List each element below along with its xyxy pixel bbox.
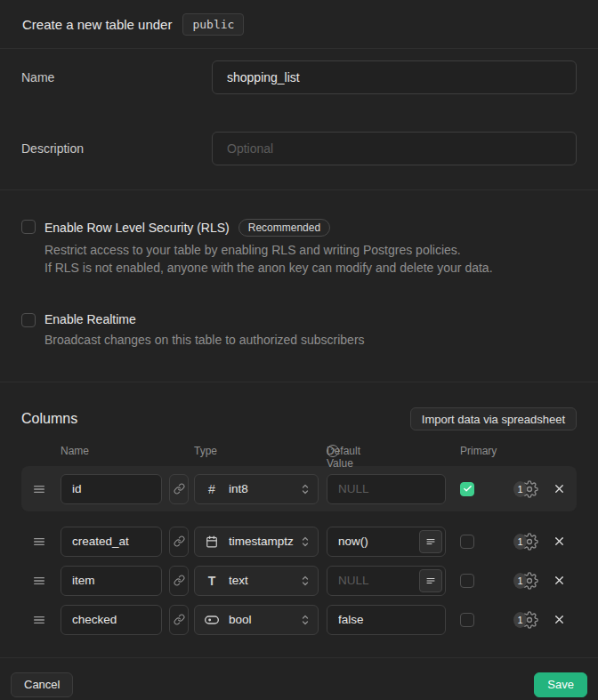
drag-handle-icon[interactable] <box>32 535 46 549</box>
settings-count-badge: 1 <box>513 573 527 589</box>
column-row: timestamptz 1 <box>21 526 577 557</box>
drag-handle-icon[interactable] <box>32 482 46 496</box>
save-button[interactable]: Save <box>534 672 587 697</box>
rls-description-line1: Restrict access to your table by enablin… <box>44 241 493 259</box>
column-type-label: text <box>229 574 300 587</box>
dialog-title: Create a new table under <box>22 17 172 32</box>
column-settings-button[interactable]: 1 <box>513 533 538 551</box>
remove-column-icon[interactable] <box>553 535 566 548</box>
foreign-key-link-icon[interactable] <box>169 566 189 596</box>
chevron-up-down-icon <box>300 574 311 588</box>
column-type-select[interactable]: timestamptz <box>194 527 319 557</box>
table-options-section: Enable Row Level Security (RLS) Recommen… <box>0 190 598 382</box>
column-type-label: timestamptz <box>229 535 300 548</box>
column-type-label: int8 <box>229 482 300 495</box>
column-name-input[interactable] <box>61 605 162 635</box>
rls-checkbox[interactable] <box>21 220 36 234</box>
rls-label: Enable Row Level Security (RLS) <box>44 221 230 235</box>
column-row: bool 1 <box>21 604 577 635</box>
description-label: Description <box>21 141 212 156</box>
text-icon: T <box>204 574 220 588</box>
default-suggestions-icon[interactable] <box>419 530 442 553</box>
column-type-select[interactable]: bool <box>194 605 319 635</box>
table-name-input[interactable] <box>212 60 577 94</box>
foreign-key-link-icon[interactable] <box>169 527 189 557</box>
rls-option: Enable Row Level Security (RLS) Recommen… <box>21 219 577 277</box>
cancel-button[interactable]: Cancel <box>11 672 73 697</box>
calendar-icon <box>204 535 220 548</box>
dialog-footer: Cancel Save <box>0 657 598 700</box>
columns-section: Columns Import data via spreadsheet Name… <box>0 382 598 657</box>
primary-key-checkbox[interactable] <box>460 574 474 588</box>
primary-key-checkbox[interactable] <box>460 535 474 549</box>
column-settings-button[interactable]: 1 <box>513 480 538 498</box>
schema-badge: public <box>182 13 244 36</box>
toggle-icon <box>204 613 220 627</box>
realtime-checkbox[interactable] <box>21 313 36 327</box>
column-name-input[interactable] <box>61 474 162 504</box>
realtime-label: Enable Realtime <box>44 312 136 326</box>
column-row: # int8 1 <box>21 466 577 511</box>
name-form-row: Name <box>21 60 577 94</box>
description-form-row: Description <box>21 132 577 165</box>
column-row: T text 1 <box>21 565 577 596</box>
primary-key-checkbox[interactable] <box>460 482 474 496</box>
column-type-label: bool <box>229 613 300 626</box>
rls-description-line2: If RLS is not enabled, anyone with the a… <box>44 259 493 277</box>
drag-handle-icon[interactable] <box>32 574 46 588</box>
remove-column-icon[interactable] <box>553 574 566 587</box>
table-form-section: Name Description <box>0 49 598 190</box>
column-name-input[interactable] <box>61 527 162 557</box>
rls-option-content: Enable Row Level Security (RLS) Recommen… <box>44 219 493 277</box>
chevron-up-down-icon <box>300 613 311 627</box>
header-primary: Primary <box>460 445 497 457</box>
default-suggestions-icon[interactable] <box>419 569 442 592</box>
column-settings-button[interactable]: 1 <box>513 572 538 590</box>
create-table-dialog: Create a new table under public Name Des… <box>0 0 598 700</box>
column-name-input[interactable] <box>61 566 162 596</box>
realtime-option: Enable Realtime Broadcast changes on thi… <box>21 312 577 349</box>
header-type: Type <box>194 445 217 457</box>
column-headers: Name Type Default Value ? Primary <box>21 445 577 457</box>
column-default-input[interactable] <box>327 474 446 504</box>
column-default-input[interactable] <box>327 605 446 635</box>
settings-count-badge: 1 <box>513 481 527 497</box>
table-description-input[interactable] <box>212 132 577 165</box>
header-name: Name <box>61 445 89 457</box>
foreign-key-link-icon[interactable] <box>169 605 189 635</box>
name-label: Name <box>21 70 212 84</box>
import-data-button[interactable]: Import data via spreadsheet <box>410 407 577 430</box>
column-rows: # int8 1 <box>0 466 598 635</box>
column-type-select[interactable]: # int8 <box>194 474 319 504</box>
realtime-option-content: Enable Realtime Broadcast changes on thi… <box>44 312 365 349</box>
recommended-badge: Recommended <box>238 219 330 237</box>
remove-column-icon[interactable] <box>553 613 566 626</box>
columns-title: Columns <box>21 411 77 427</box>
realtime-description: Broadcast changes on this table to autho… <box>44 331 365 349</box>
help-icon[interactable]: ? <box>327 445 339 457</box>
dialog-header: Create a new table under public <box>0 0 598 49</box>
drag-handle-icon[interactable] <box>32 613 46 627</box>
settings-count-badge: 1 <box>513 534 527 550</box>
remove-column-icon[interactable] <box>553 482 566 495</box>
settings-count-badge: 1 <box>513 612 527 628</box>
column-settings-button[interactable]: 1 <box>513 611 538 629</box>
hash-icon: # <box>204 482 220 496</box>
column-type-select[interactable]: T text <box>194 566 319 596</box>
chevron-up-down-icon <box>300 535 311 549</box>
foreign-key-link-icon[interactable] <box>169 474 189 504</box>
primary-key-checkbox[interactable] <box>460 613 474 627</box>
chevron-up-down-icon <box>300 482 311 496</box>
